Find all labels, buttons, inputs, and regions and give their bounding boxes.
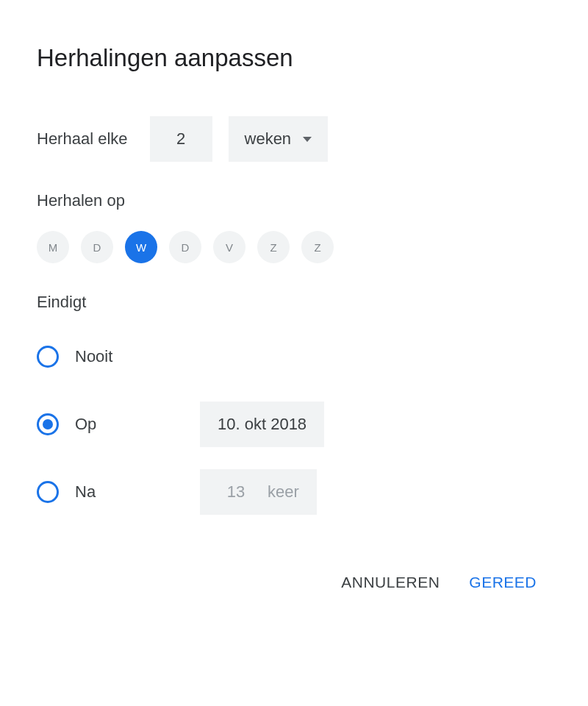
- ends-after-suffix: keer: [268, 482, 299, 502]
- ends-on-row: Op 10. okt 2018: [37, 402, 551, 447]
- dialog-title: Herhalingen aanpassen: [37, 44, 551, 72]
- done-button[interactable]: GEREED: [469, 574, 537, 591]
- day-chip-wed[interactable]: W: [125, 231, 157, 263]
- day-chip-fri[interactable]: V: [213, 231, 245, 263]
- repeat-on-section: Herhalen op M D W D V Z Z: [37, 191, 551, 263]
- ends-never-label: Nooit: [75, 347, 200, 366]
- ends-never-radio[interactable]: [37, 346, 59, 368]
- day-chip-sun[interactable]: Z: [301, 231, 334, 263]
- ends-after-count-input[interactable]: [218, 482, 254, 502]
- days-row: M D W D V Z Z: [37, 231, 551, 263]
- repeat-on-label: Herhalen op: [37, 191, 551, 210]
- ends-on-date-input[interactable]: 10. okt 2018: [200, 402, 324, 447]
- ends-section: Eindigt Nooit Op 10. okt 2018 Na keer: [37, 293, 551, 515]
- cancel-button[interactable]: ANNULEREN: [341, 574, 440, 591]
- ends-after-box: keer: [200, 469, 317, 515]
- repeat-count-input[interactable]: [150, 116, 212, 162]
- ends-label: Eindigt: [37, 293, 551, 312]
- ends-on-radio[interactable]: [37, 413, 59, 435]
- day-chip-tue[interactable]: D: [81, 231, 113, 263]
- repeat-every-row: Herhaal elke weken: [37, 116, 551, 162]
- repeat-every-label: Herhaal elke: [37, 129, 128, 149]
- ends-on-label: Op: [75, 415, 200, 434]
- day-chip-sat[interactable]: Z: [257, 231, 290, 263]
- day-chip-mon[interactable]: M: [37, 231, 69, 263]
- dialog-actions: ANNULEREN GEREED: [37, 574, 551, 591]
- ends-after-row: Na keer: [37, 469, 551, 515]
- repeat-unit-label: weken: [245, 129, 292, 149]
- chevron-down-icon: [303, 137, 312, 142]
- ends-after-radio[interactable]: [37, 481, 59, 503]
- ends-after-label: Na: [75, 482, 200, 502]
- ends-never-row: Nooit: [37, 334, 551, 379]
- day-chip-thu[interactable]: D: [169, 231, 201, 263]
- repeat-unit-select[interactable]: weken: [229, 116, 329, 162]
